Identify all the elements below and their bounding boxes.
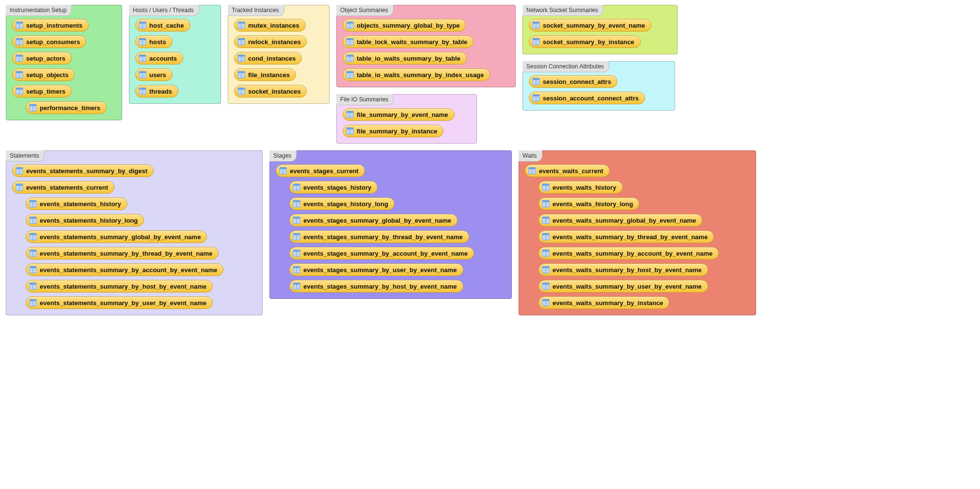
table-label: events_stages_summary_by_thread_by_event…	[303, 233, 463, 241]
table-node[interactable]: events_statements_summary_by_host_by_eve…	[26, 280, 213, 293]
table-node[interactable]: events_stages_current	[276, 164, 365, 177]
table-node[interactable]: events_statements_summary_by_user_by_eve…	[26, 296, 213, 309]
table-node[interactable]: host_cache	[135, 19, 190, 32]
table-node[interactable]: socket_instances	[234, 85, 307, 98]
table-node[interactable]: table_io_waits_summary_by_table	[343, 52, 467, 65]
table-node[interactable]: events_waits_summary_by_thread_by_event_…	[538, 230, 714, 243]
table-icon	[16, 167, 23, 175]
table-label: table_io_waits_summary_by_index_usage	[357, 71, 484, 79]
table-node[interactable]: file_instances	[234, 68, 296, 81]
table-icon	[346, 111, 354, 118]
table-node[interactable]: events_stages_summary_global_by_event_na…	[289, 214, 458, 227]
table-node[interactable]: file_summary_by_event_name	[343, 108, 455, 121]
table-label: events_statements_summary_by_digest	[26, 167, 147, 175]
table-node[interactable]: events_stages_history	[289, 181, 378, 194]
table-node[interactable]: events_statements_summary_global_by_even…	[26, 230, 207, 243]
table-icon	[293, 200, 300, 208]
table-node[interactable]: events_stages_summary_by_user_by_event_n…	[289, 263, 463, 276]
table-node[interactable]: events_stages_summary_by_account_by_even…	[289, 247, 474, 260]
table-node[interactable]: rwlock_instances	[234, 35, 307, 48]
table-node[interactable]: cond_instances	[234, 52, 302, 65]
svg-rect-139	[533, 38, 539, 40]
table-node[interactable]: table_lock_waits_summary_by_table	[343, 35, 474, 48]
table-icon	[139, 38, 146, 46]
table-node[interactable]: events_waits_current	[525, 164, 610, 177]
table-node[interactable]: events_statements_history_long	[26, 214, 144, 227]
table-node[interactable]: events_stages_summary_by_host_by_event_n…	[289, 280, 463, 293]
table-node[interactable]: events_waits_summary_global_by_event_nam…	[538, 214, 702, 227]
table-icon	[237, 71, 245, 79]
table-node[interactable]: performance_timers	[26, 101, 107, 114]
table-icon	[29, 216, 37, 224]
table-node[interactable]: setup_consumers	[12, 35, 86, 48]
table-node[interactable]: users	[135, 68, 173, 81]
group-title: Hosts / Users / Threads	[129, 5, 199, 16]
diagram-row-1: Instrumentation Setupsetup_instrumentsse…	[6, 5, 974, 144]
table-node[interactable]: mutex_instances	[234, 19, 306, 32]
table-node[interactable]: events_waits_summary_by_host_by_event_na…	[538, 263, 708, 276]
table-node[interactable]: setup_actors	[12, 52, 72, 65]
svg-rect-223	[293, 200, 300, 202]
table-node[interactable]: events_statements_current	[12, 181, 114, 194]
table-node[interactable]: events_waits_history_long	[538, 197, 639, 210]
table-node[interactable]: threads	[135, 85, 178, 98]
table-icon	[139, 54, 146, 62]
svg-rect-175	[30, 217, 36, 219]
svg-rect-301	[542, 283, 549, 285]
table-label: rwlock_instances	[248, 38, 300, 46]
item-list: host_cachehostsaccountsusersthreads	[135, 19, 215, 98]
svg-rect-97	[347, 22, 353, 24]
svg-rect-169	[30, 200, 36, 202]
table-node[interactable]: events_statements_history	[26, 197, 127, 210]
table-node[interactable]: events_statements_summary_by_account_by_…	[26, 263, 223, 276]
table-icon	[237, 21, 245, 29]
table-icon	[346, 38, 354, 46]
table-node[interactable]: objects_summary_global_by_type	[343, 19, 466, 32]
svg-rect-127	[347, 128, 353, 130]
table-node[interactable]: events_stages_history_long	[289, 197, 395, 210]
table-node[interactable]: setup_timers	[12, 85, 72, 98]
svg-rect-103	[347, 38, 353, 40]
table-label: socket_summary_by_instance	[543, 38, 634, 46]
table-node[interactable]: socket_summary_by_event_name	[529, 19, 651, 32]
table-node[interactable]: events_statements_summary_by_digest	[12, 164, 154, 177]
table-node[interactable]: events_waits_summary_by_user_by_event_na…	[538, 280, 708, 293]
table-node[interactable]: events_statements_summary_by_thread_by_e…	[26, 247, 219, 260]
table-icon	[16, 183, 23, 191]
table-node[interactable]: setup_instruments	[12, 19, 89, 32]
table-label: session_account_connect_attrs	[543, 95, 639, 102]
table-icon	[542, 299, 550, 307]
svg-rect-85	[238, 71, 245, 73]
group-object_summaries: Object Summariesobjects_summary_global_b…	[336, 5, 516, 87]
diagram-canvas: Instrumentation Setupsetup_instrumentsse…	[0, 0, 980, 332]
group-fileio: File IO Summariesfile_summary_by_event_n…	[336, 94, 477, 144]
table-node[interactable]: events_waits_history	[538, 181, 623, 194]
table-node[interactable]: events_waits_summary_by_instance	[538, 296, 669, 309]
table-node[interactable]: file_summary_by_instance	[343, 125, 443, 137]
table-node[interactable]: hosts	[135, 35, 173, 48]
table-label: events_waits_summary_by_instance	[553, 299, 663, 307]
table-node[interactable]: table_io_waits_summary_by_index_usage	[343, 68, 490, 81]
table-node[interactable]: session_account_connect_attrs	[529, 92, 645, 104]
table-node[interactable]: accounts	[135, 52, 183, 65]
table-icon	[29, 104, 37, 112]
table-node[interactable]: setup_objects	[12, 68, 75, 81]
svg-rect-7	[16, 38, 23, 40]
table-icon	[542, 216, 550, 224]
table-node[interactable]: socket_summary_by_instance	[529, 35, 641, 48]
table-icon	[293, 183, 300, 191]
svg-rect-259	[529, 167, 536, 169]
table-node[interactable]: events_waits_summary_by_account_by_event…	[538, 247, 719, 260]
item-list: session_connect_attrssession_account_con…	[529, 75, 669, 104]
table-label: events_waits_summary_by_user_by_event_na…	[553, 283, 702, 290]
svg-rect-145	[533, 78, 539, 80]
table-node[interactable]: session_connect_attrs	[529, 75, 617, 88]
group-statements: Statementsevents_statements_summary_by_d…	[6, 150, 263, 315]
table-label: events_waits_summary_by_host_by_event_na…	[553, 266, 702, 274]
table-icon	[293, 266, 300, 274]
table-icon	[237, 87, 245, 95]
group-stages: Stagesevents_stages_currentevents_stages…	[269, 150, 512, 299]
svg-rect-163	[16, 184, 23, 186]
table-node[interactable]: events_stages_summary_by_thread_by_event…	[289, 230, 469, 243]
diagram-row-2: Statementsevents_statements_summary_by_d…	[6, 150, 974, 315]
